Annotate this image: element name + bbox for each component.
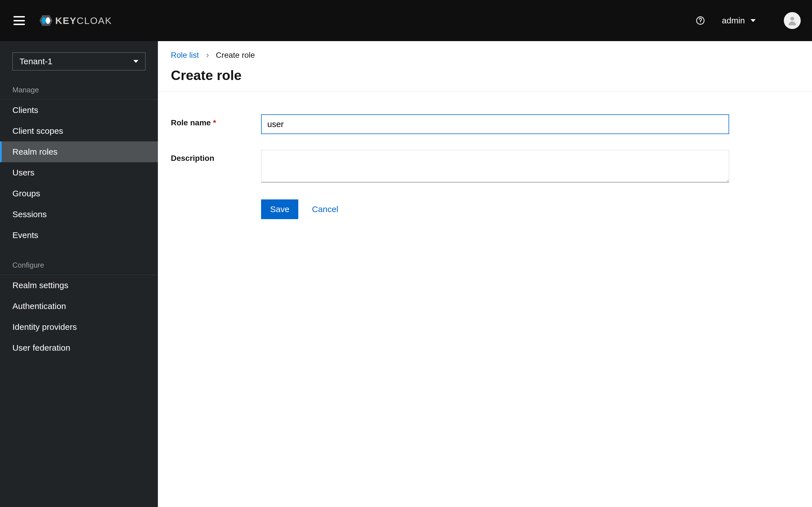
user-menu[interactable]: admin	[722, 16, 756, 25]
realm-selector[interactable]: Tenant-1	[12, 52, 146, 70]
user-icon	[786, 15, 798, 26]
description-textarea[interactable]	[261, 150, 729, 182]
nav-section-label-manage: Manage	[0, 70, 158, 100]
sidebar-item-user-federation[interactable]: User federation	[0, 337, 158, 358]
sidebar-item-client-scopes[interactable]: Client scopes	[0, 121, 158, 142]
save-button[interactable]: Save	[261, 200, 298, 219]
breadcrumb-current: Create role	[216, 51, 255, 60]
brand-logo[interactable]: KEYCLOAK	[39, 13, 112, 27]
brand-name: KEYCLOAK	[55, 15, 112, 26]
sidebar: Tenant-1 Manage Clients Client scopes Re…	[0, 41, 158, 507]
breadcrumb-parent-link[interactable]: Role list	[171, 51, 199, 60]
keycloak-logo-icon	[39, 13, 53, 27]
realm-selector-value: Tenant-1	[19, 57, 52, 66]
sidebar-item-groups[interactable]: Groups	[0, 183, 158, 204]
app-header: KEYCLOAK admin	[0, 0, 812, 41]
sidebar-item-realm-settings[interactable]: Realm settings	[0, 275, 158, 296]
role-name-label: Role name*	[171, 114, 261, 127]
sidebar-item-events[interactable]: Events	[0, 225, 158, 245]
hamburger-menu-button[interactable]	[13, 16, 25, 25]
nav-section-label-configure: Configure	[0, 245, 158, 275]
user-label: admin	[722, 16, 745, 25]
avatar[interactable]	[784, 12, 801, 29]
help-icon[interactable]	[696, 16, 705, 25]
role-name-input[interactable]	[261, 114, 729, 134]
page-title: Create role	[171, 68, 799, 83]
sidebar-item-users[interactable]: Users	[0, 162, 158, 183]
cancel-button[interactable]: Cancel	[312, 205, 338, 214]
sidebar-item-authentication[interactable]: Authentication	[0, 296, 158, 317]
caret-down-icon	[751, 19, 756, 22]
caret-down-icon	[133, 60, 139, 63]
sidebar-item-identity-providers[interactable]: Identity providers	[0, 317, 158, 337]
create-role-form: Role name* Description Save Cancel	[158, 92, 812, 242]
svg-point-4	[700, 22, 701, 23]
sidebar-item-sessions[interactable]: Sessions	[0, 204, 158, 225]
breadcrumb: Role list Create role	[171, 51, 799, 60]
main-content: Role list Create role Create role Role n…	[158, 41, 812, 507]
chevron-right-icon	[205, 51, 210, 60]
description-label: Description	[171, 150, 261, 163]
sidebar-item-realm-roles[interactable]: Realm roles	[0, 142, 158, 162]
svg-point-5	[790, 17, 794, 20]
sidebar-item-clients[interactable]: Clients	[0, 100, 158, 121]
